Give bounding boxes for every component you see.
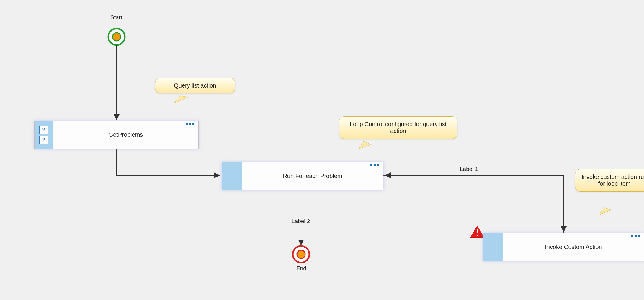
callout-invoke-custom[interactable]: Invoke custom action run for loop item <box>575 169 644 192</box>
node-body: GetProblems <box>53 121 198 149</box>
end-node[interactable] <box>293 246 309 263</box>
node-body: Invoke Custom Action <box>503 233 644 261</box>
question-icon: ? <box>39 126 48 134</box>
node-label: Run For each Problem <box>283 173 342 179</box>
node-menu-icon[interactable] <box>631 235 640 237</box>
node-icon-area-loop <box>222 162 242 190</box>
node-get-problems[interactable]: ? ? GetProblems <box>34 121 199 149</box>
callout-loop-control[interactable]: Loop Control configured for query list a… <box>339 116 457 139</box>
callout-query-list[interactable]: Query list action <box>155 78 235 93</box>
callout-text: Invoke custom action run for loop item <box>581 174 644 187</box>
svg-rect-8 <box>477 229 478 233</box>
start-node[interactable] <box>108 29 125 45</box>
svg-point-1 <box>112 33 121 41</box>
node-menu-icon[interactable] <box>370 164 379 166</box>
node-body: Run For each Problem <box>242 162 383 190</box>
warning-icon <box>470 226 484 238</box>
node-icon-area-loop <box>483 233 503 261</box>
edge-label-1: Label 1 <box>460 166 478 172</box>
node-label: GetProblems <box>109 131 143 138</box>
svg-rect-9 <box>477 235 478 236</box>
node-icon-area-questions: ? ? <box>35 121 53 149</box>
question-icon: ? <box>39 136 48 144</box>
node-label: Invoke Custom Action <box>545 244 602 250</box>
node-run-for-each[interactable]: Run For each Problem <box>222 162 383 190</box>
callout-text: Query list action <box>174 82 216 89</box>
callout-text: Loop Control configured for query list a… <box>350 121 447 134</box>
end-label: End <box>296 265 306 272</box>
edge-label-2: Label 2 <box>292 218 310 225</box>
svg-point-3 <box>297 250 305 258</box>
start-label: Start <box>110 14 122 21</box>
workflow-canvas[interactable]: Start End ? ? GetProblems Run For each P… <box>0 0 644 300</box>
node-menu-icon[interactable] <box>186 123 194 125</box>
node-invoke-custom[interactable]: Invoke Custom Action <box>483 233 644 261</box>
